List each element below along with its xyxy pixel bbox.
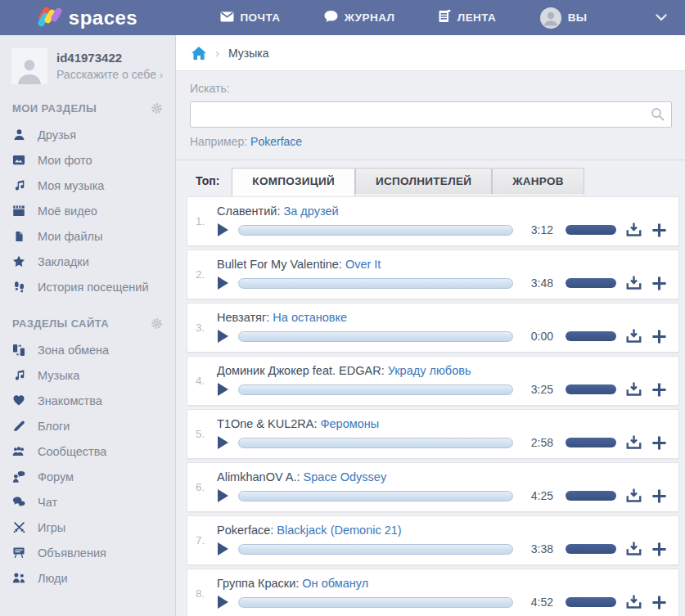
add-icon[interactable] [651,595,667,610]
about-me-link[interactable]: Расскажите о себе › [56,68,163,81]
progress-bar[interactable] [238,438,513,448]
volume-bar[interactable] [566,438,616,447]
file-icon [11,230,26,243]
add-icon[interactable] [651,435,667,451]
sidebar-item-my-video[interactable]: Моё видео [0,198,175,223]
track-duration: 3:48 [522,277,553,290]
volume-bar[interactable] [566,544,616,554]
add-icon[interactable] [651,488,667,504]
sidebar-item-label: Мои фото [38,154,92,167]
sidebar-item-people[interactable]: Люди [0,565,175,591]
nav-item-you[interactable]: ВЫ [540,7,588,29]
sidebar-item-my-photos[interactable]: Мои фото [0,147,175,173]
play-button[interactable] [217,329,229,344]
sidebar-item-my-files[interactable]: Мои файлы [0,223,175,249]
gear-icon[interactable] [151,317,163,330]
track-title-line: Славентий: За друзей [217,205,667,218]
users-group-icon [11,446,26,457]
progress-bar[interactable] [238,491,513,501]
progress-bar[interactable] [238,331,513,342]
download-icon[interactable] [625,488,642,504]
track-duration: 3:12 [522,223,553,236]
play-button[interactable] [217,542,229,556]
progress-bar[interactable] [238,544,513,555]
sidebar-item-label: Зона обмена [38,344,109,357]
download-icon[interactable] [625,434,642,451]
track-title-link[interactable]: Украду любовь [388,364,471,377]
add-icon[interactable] [651,329,667,344]
track-title-link[interactable]: За друзей [284,205,339,218]
person-bubble-icon [11,470,26,483]
nav-item-feed[interactable]: ЛЕНТА [439,10,496,25]
add-icon[interactable] [651,382,667,398]
gear-icon[interactable] [151,102,163,115]
progress-bar[interactable] [238,384,513,395]
volume-bar[interactable] [566,331,616,341]
sidebar-item-games[interactable]: Игры [0,515,175,540]
download-icon[interactable] [625,381,642,398]
download-icon[interactable] [625,222,642,238]
sidebar-item-dating[interactable]: Знакомства [0,388,175,413]
sidebar-item-exchange-zone[interactable]: Зона обмена [0,337,175,362]
play-button[interactable] [217,223,229,237]
track-title-link[interactable]: Over It [345,258,381,271]
tabs-prefix: Топ: [196,174,219,194]
download-icon[interactable] [625,275,642,291]
tab-compositions[interactable]: КОМПОЗИЦИЙ [232,168,355,196]
sidebar-item-bookmarks[interactable]: Закладки [0,249,175,274]
track-title-link[interactable]: Space Odyssey [304,470,387,483]
sidebar-user-block[interactable]: id41973422 Расскажите о себе › [0,46,175,94]
sidebar-item-label: Моё видео [38,205,97,218]
play-button[interactable] [217,382,229,397]
download-icon[interactable] [625,594,642,610]
sidebar-item-label: История посещений [38,281,149,294]
download-icon[interactable] [625,328,642,344]
play-button[interactable] [217,488,229,503]
table-row: 7. Pokerface: Blackjack (Demonic 21) 3:3… [187,515,679,565]
spaces-logo[interactable]: spaces [0,7,176,29]
add-icon[interactable] [651,276,667,291]
sidebar-item-chat[interactable]: Чат [0,489,175,515]
breadcrumb-separator: › [215,46,219,60]
progress-bar[interactable] [238,597,513,608]
chat-bubbles-icon [11,497,26,508]
track-title-link[interactable]: Феромоны [321,417,380,430]
tab-genres[interactable]: ЖАНРОВ [492,168,584,194]
magnifier-icon[interactable] [651,107,665,124]
play-button[interactable] [217,435,229,450]
sidebar-item-friends[interactable]: Друзья [0,122,175,147]
volume-bar[interactable] [566,225,616,235]
sidebar-item-music[interactable]: Музыка [0,362,175,388]
volume-bar[interactable] [566,384,616,394]
nav-item-mail[interactable]: ПОЧТА [220,11,281,25]
chevron-down-icon[interactable] [656,14,667,21]
track-title-link[interactable]: Он обманул [302,577,368,590]
track-title-link[interactable]: Blackjack (Demonic 21) [277,524,401,537]
tab-artists[interactable]: ИСПОЛНИТЕЛЕЙ [355,168,492,194]
sidebar-item-forum[interactable]: Форум [0,464,175,489]
track-title-link[interactable]: На остановке [273,311,347,324]
home-icon[interactable] [192,47,206,60]
sidebar-item-ads[interactable]: Объявления [0,540,175,565]
sidebar-item-blogs[interactable]: Блоги [0,413,175,438]
download-icon[interactable] [625,541,642,557]
nav-item-journal[interactable]: ЖУРНАЛ [324,11,394,25]
volume-bar[interactable] [566,491,616,501]
nav-item-mail-label: ПОЧТА [241,11,281,24]
add-icon[interactable] [651,223,667,238]
volume-bar[interactable] [566,278,616,288]
add-icon[interactable] [651,542,667,557]
sidebar-item-communities[interactable]: Сообщества [0,438,175,464]
track-duration: 4:25 [522,489,553,502]
clapperboard-icon [11,205,26,217]
play-button[interactable] [217,595,229,609]
sidebar-item-visit-history[interactable]: История посещений [0,274,175,299]
progress-bar[interactable] [238,225,513,236]
sidebar-item-my-music[interactable]: Моя музыка [0,173,175,198]
volume-bar[interactable] [566,597,616,607]
play-button[interactable] [217,276,229,290]
progress-bar[interactable] [238,278,513,289]
search-example-link[interactable]: Pokerface [250,135,302,148]
search-input[interactable] [190,101,672,128]
track-artist: Pokerface: [217,524,273,537]
